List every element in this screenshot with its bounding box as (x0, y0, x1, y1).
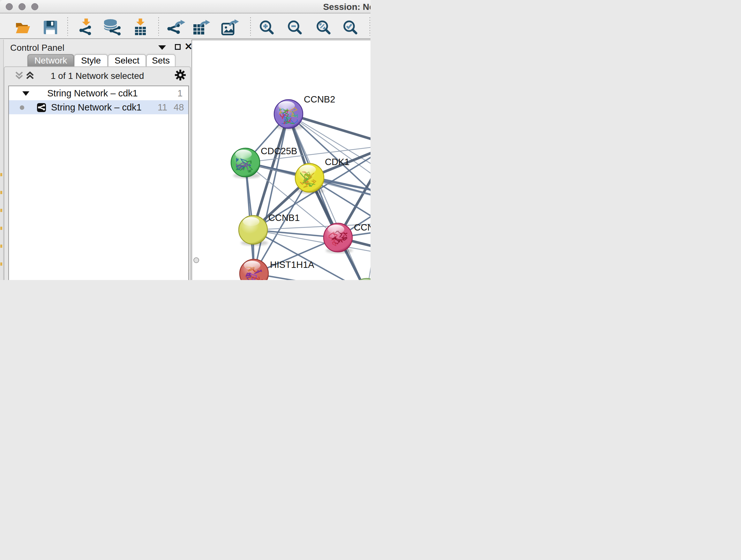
svg-text:CCNA2: CCNA2 (354, 222, 370, 233)
svg-text:CCNB1: CCNB1 (268, 212, 300, 223)
svg-text:CDK1: CDK1 (325, 157, 349, 167)
svg-text:CCNB2: CCNB2 (304, 94, 335, 105)
svg-text:CDC25B: CDC25B (261, 146, 297, 156)
svg-text:HIST1H1A: HIST1H1A (270, 260, 314, 270)
